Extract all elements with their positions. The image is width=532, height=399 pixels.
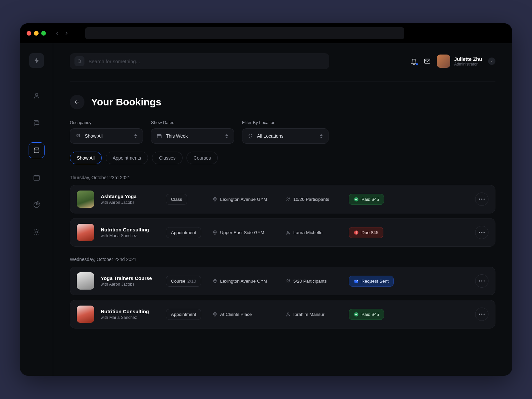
svg-point-40 <box>483 280 484 281</box>
booking-type-chip: Appointment <box>166 227 201 238</box>
svg-point-25 <box>483 199 484 200</box>
search-icon <box>74 56 84 66</box>
url-bar[interactable] <box>85 27 404 39</box>
booking-more-button[interactable] <box>475 226 488 239</box>
booking-type-chip: Class <box>166 194 187 205</box>
location-icon <box>212 279 217 284</box>
svg-point-13 <box>79 134 80 135</box>
svg-point-19 <box>214 198 215 199</box>
status-icon <box>354 230 359 235</box>
booking-more-button[interactable] <box>475 274 488 288</box>
nav-forward-button[interactable] <box>64 31 69 36</box>
svg-point-45 <box>481 314 482 315</box>
back-button[interactable] <box>70 95 84 109</box>
close-window-button[interactable] <box>27 31 31 36</box>
booking-status-badge: Request Sent <box>349 276 394 287</box>
booking-type-chip: Appointment <box>166 309 201 320</box>
svg-point-21 <box>289 198 290 199</box>
sidebar-item-analytics[interactable] <box>29 197 45 213</box>
svg-rect-29 <box>356 231 356 233</box>
filter-occupancy-value: Show All <box>85 133 103 139</box>
users-icon <box>286 197 291 202</box>
svg-rect-3 <box>34 176 39 181</box>
sort-icon <box>320 134 323 138</box>
sidebar-item-settings[interactable] <box>29 224 45 240</box>
sidebar-item-profile[interactable] <box>29 88 45 104</box>
booking-location: Lexington Avenue GYM <box>212 279 286 284</box>
booking-location: At Clients Place <box>212 312 286 317</box>
search-field[interactable] <box>70 53 329 69</box>
booking-location: Upper East Side GYM <box>212 230 286 235</box>
booking-client: Ibrahim Mansur <box>286 312 349 317</box>
filter-dates-value: This Week <box>166 133 188 139</box>
booking-subtitle: with Maria Sanchez <box>101 233 166 238</box>
svg-point-26 <box>214 231 215 232</box>
minimize-window-button[interactable] <box>34 31 39 36</box>
booking-card[interactable]: Nutrition Consulting with Maria Sanchez … <box>70 300 495 329</box>
sort-icon <box>134 134 137 138</box>
filter-location-select[interactable]: All Locations <box>242 128 329 144</box>
svg-line-9 <box>80 62 81 63</box>
svg-point-8 <box>78 60 80 62</box>
filter-occupancy-label: Occupancy <box>70 120 143 125</box>
booking-location-text: Upper East Side GYM <box>220 230 264 235</box>
booking-status-badge: Due $45 <box>349 227 383 238</box>
tab-appointments[interactable]: Appointments <box>106 152 148 164</box>
filter-location-value: All Locations <box>257 133 283 139</box>
sort-icon <box>225 134 228 138</box>
filter-location-label: Fliter By Location <box>242 120 329 125</box>
booking-date-header: Thursday, October 23rd 2021 <box>70 175 495 180</box>
booking-location-text: Lexington Avenue GYM <box>220 279 267 284</box>
svg-point-18 <box>250 135 251 136</box>
booking-subtitle: with Aaron Jacobs <box>101 282 166 287</box>
nav-back-button[interactable] <box>55 31 60 36</box>
status-icon <box>354 197 359 202</box>
filter-dates-select[interactable]: This Week <box>151 128 234 144</box>
booking-card[interactable]: Yoga Trainers Course with Aaron Jacobs C… <box>70 267 495 295</box>
svg-rect-30 <box>356 233 356 234</box>
sidebar-item-bookings[interactable] <box>29 142 45 158</box>
filter-occupancy-select[interactable]: Show All <box>70 128 143 144</box>
page-title: Your Bookings <box>91 96 161 108</box>
booking-card[interactable]: Nutrition Consulting with Maria Sanchez … <box>70 218 495 247</box>
tab-classes[interactable]: Classes <box>152 152 183 164</box>
status-icon <box>354 312 359 317</box>
svg-point-42 <box>287 313 289 314</box>
booking-client-name: Laura Michelle <box>293 230 323 235</box>
booking-thumbnail <box>77 191 94 208</box>
booking-location-text: Lexington Avenue GYM <box>220 197 267 202</box>
booking-client: Laura Michelle <box>286 230 349 235</box>
search-input[interactable] <box>88 59 325 64</box>
booking-type-chip: Course2/10 <box>166 276 201 287</box>
svg-point-20 <box>287 198 288 199</box>
booking-more-button[interactable] <box>475 308 488 321</box>
sidebar-item-calendar[interactable] <box>29 170 45 186</box>
svg-point-23 <box>479 199 480 200</box>
maximize-window-button[interactable] <box>41 31 46 36</box>
booking-status-text: Paid $45 <box>361 197 379 202</box>
booking-type-text: Appointment <box>171 312 196 317</box>
svg-point-27 <box>287 231 289 232</box>
window-titlebar <box>20 23 512 43</box>
booking-subtitle: with Aaron Jacobs <box>101 200 166 205</box>
sidebar-item-messages[interactable] <box>29 115 45 131</box>
app-logo <box>29 53 44 68</box>
booking-status-badge: Paid $45 <box>349 309 384 320</box>
booking-more-button[interactable] <box>475 193 488 206</box>
svg-point-36 <box>289 279 290 280</box>
booking-client-name: Ibrahim Mansur <box>293 312 325 317</box>
svg-point-39 <box>481 280 482 281</box>
booking-status-badge: Paid $45 <box>349 194 384 205</box>
booking-location-text: At Clients Place <box>220 312 252 317</box>
notifications-button[interactable] <box>410 58 418 65</box>
svg-rect-14 <box>157 134 161 138</box>
svg-point-33 <box>483 232 484 233</box>
user-menu[interactable]: Juliette Zhu Administrator <box>437 55 495 68</box>
booking-type-text: Appointment <box>171 230 196 235</box>
tab-courses[interactable]: Courses <box>187 152 218 164</box>
tab-show-all[interactable]: Show All <box>70 152 102 164</box>
inbox-button[interactable] <box>424 58 431 65</box>
chevron-down-icon <box>488 58 495 65</box>
booking-card[interactable]: Ashtanga Yoga with Aaron Jacobs Class Le… <box>70 185 495 213</box>
svg-point-44 <box>479 314 480 315</box>
